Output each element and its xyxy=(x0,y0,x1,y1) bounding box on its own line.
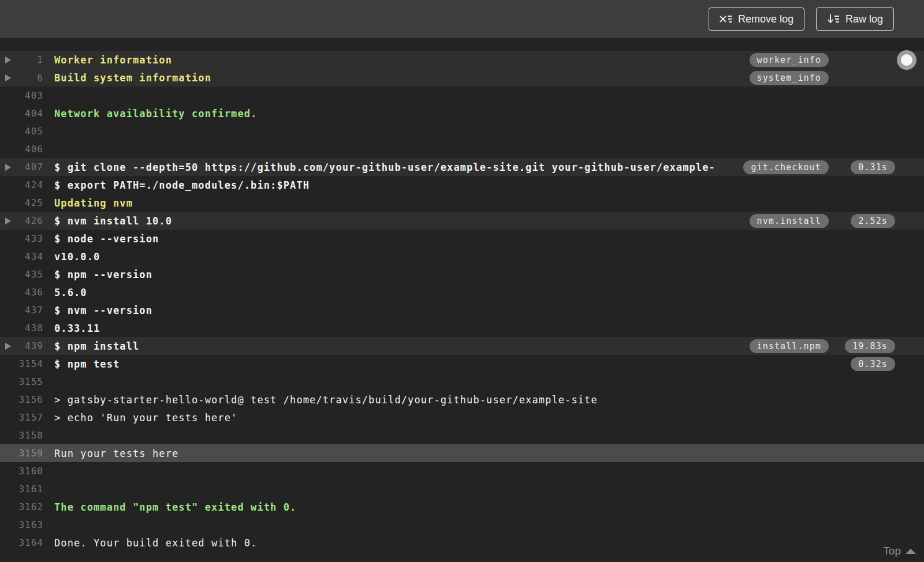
log-text: $ npm install xyxy=(54,340,139,352)
log-row: 437 $ nvm --version xyxy=(0,301,924,319)
line-number[interactable]: 3162 xyxy=(0,501,43,512)
duration-badge: 2.52s xyxy=(851,214,895,228)
line-number[interactable]: 436 xyxy=(0,287,43,298)
log-row: 3163 xyxy=(0,516,924,534)
scroll-to-top-link[interactable]: Top xyxy=(883,545,916,557)
log-row: 425 Updating nvm xyxy=(0,194,924,212)
log-text: > gatsby-starter-hello-world@ test /home… xyxy=(54,394,598,406)
line-number[interactable]: 3163 xyxy=(0,519,43,530)
line-number[interactable]: 437 xyxy=(0,305,43,316)
line-number[interactable]: 406 xyxy=(0,144,43,155)
log-row: 3155 xyxy=(0,373,924,391)
fold-arrow-icon[interactable] xyxy=(5,343,11,350)
fold-tag-badge: worker_info xyxy=(750,53,829,67)
line-number[interactable]: 3164 xyxy=(0,537,43,548)
log-text: $ git clone --depth=50 https://github.co… xyxy=(54,162,716,173)
log-text: Worker information xyxy=(54,54,172,66)
log-text: v10.0.0 xyxy=(54,251,100,263)
log-text: $ nvm --version xyxy=(54,305,152,316)
remove-log-label: Remove log xyxy=(738,13,793,25)
log-text: $ export PATH=./node_modules/.bin:$PATH xyxy=(54,179,310,191)
raw-log-label: Raw log xyxy=(845,13,883,25)
log-toolbar: Remove log Raw log xyxy=(0,0,924,38)
duration-badge: 0.31s xyxy=(851,160,895,174)
log-row: 3157 > echo 'Run your tests here' xyxy=(0,409,924,426)
raw-log-button[interactable]: Raw log xyxy=(816,8,894,31)
line-number[interactable]: 435 xyxy=(0,269,43,280)
line-number[interactable]: 424 xyxy=(0,179,43,190)
raw-log-icon xyxy=(827,14,840,24)
build-log: 1 Worker information worker_info 6 Build… xyxy=(0,38,924,552)
log-row: 433 $ node --version xyxy=(0,230,924,248)
line-number[interactable]: 404 xyxy=(0,108,43,119)
log-row: 3161 xyxy=(0,480,924,498)
fold-arrow-icon[interactable] xyxy=(5,74,11,81)
fold-arrow-icon[interactable] xyxy=(5,164,11,171)
fold-tag-badge: nvm.install xyxy=(750,214,829,228)
line-number[interactable]: 3161 xyxy=(0,484,43,494)
line-number[interactable]: 403 xyxy=(0,90,43,101)
log-text: $ node --version xyxy=(54,233,159,245)
log-row: 6 Build system information system_info xyxy=(0,69,924,87)
log-row: 406 xyxy=(0,140,924,158)
remove-log-button[interactable]: Remove log xyxy=(709,8,804,31)
duration-badge: 0.32s xyxy=(851,357,895,371)
line-number[interactable]: 3154 xyxy=(0,358,43,369)
log-row: 407 $ git clone --depth=50 https://githu… xyxy=(0,158,924,176)
log-text: Done. Your build exited with 0. xyxy=(54,537,257,549)
log-text: $ nvm install 10.0 xyxy=(54,215,172,227)
log-row: 3156 > gatsby-starter-hello-world@ test … xyxy=(0,391,924,409)
log-row: 438 0.33.11 xyxy=(0,319,924,337)
log-row: 405 xyxy=(0,122,924,140)
line-number[interactable]: 3156 xyxy=(0,394,43,405)
log-row: 404 Network availability confirmed. xyxy=(0,104,924,122)
log-text: Updating nvm xyxy=(54,197,133,209)
line-number[interactable]: 3158 xyxy=(0,430,43,441)
log-text: Run your tests here xyxy=(54,448,178,459)
log-row: 436 5.6.0 xyxy=(0,283,924,301)
line-number[interactable]: 3159 xyxy=(0,448,43,459)
top-label: Top xyxy=(883,545,901,557)
line-number[interactable]: 3160 xyxy=(0,466,43,477)
log-text: Build system information xyxy=(54,72,211,84)
log-row: 3162 The command "npm test" exited with … xyxy=(0,498,924,516)
log-row: 3154 $ npm test 0.32s xyxy=(0,355,924,373)
line-number[interactable]: 3157 xyxy=(0,412,43,423)
scroll-indicator[interactable] xyxy=(897,50,916,70)
log-row: 439 $ npm install install.npm 19.83s xyxy=(0,337,924,355)
log-text: 5.6.0 xyxy=(54,287,87,298)
log-row: 3164 Done. Your build exited with 0. xyxy=(0,534,924,552)
log-row: 435 $ npm --version xyxy=(0,265,924,283)
log-row: 3159 Run your tests here xyxy=(0,444,924,462)
log-row: 424 $ export PATH=./node_modules/.bin:$P… xyxy=(0,176,924,194)
line-number[interactable]: 434 xyxy=(0,251,43,262)
line-number[interactable]: 3155 xyxy=(0,376,43,387)
log-text: $ npm test xyxy=(54,358,120,370)
fold-tag-badge: system_info xyxy=(750,71,829,85)
log-row: 3158 xyxy=(0,426,924,444)
fold-arrow-icon[interactable] xyxy=(5,57,11,63)
remove-log-icon xyxy=(720,14,732,24)
log-text: The command "npm test" exited with 0. xyxy=(54,501,296,513)
log-row: 434 v10.0.0 xyxy=(0,248,924,265)
log-text: $ npm --version xyxy=(54,269,152,280)
log-row: 426 $ nvm install 10.0 nvm.install 2.52s xyxy=(0,212,924,230)
line-number[interactable]: 438 xyxy=(0,323,43,334)
line-number[interactable]: 425 xyxy=(0,197,43,208)
log-row: 3160 xyxy=(0,462,924,480)
fold-tag-badge: git.checkout xyxy=(743,160,829,174)
line-number[interactable]: 405 xyxy=(0,126,43,137)
log-row: 1 Worker information worker_info xyxy=(0,51,924,69)
duration-badge: 19.83s xyxy=(845,339,895,353)
fold-arrow-icon[interactable] xyxy=(5,218,11,224)
log-text: 0.33.11 xyxy=(54,323,100,334)
log-text: Network availability confirmed. xyxy=(54,108,257,119)
log-text: > echo 'Run your tests here' xyxy=(54,412,237,424)
fold-tag-badge: install.npm xyxy=(750,339,829,353)
log-row: 403 xyxy=(0,87,924,104)
line-number[interactable]: 433 xyxy=(0,233,43,244)
caret-up-icon xyxy=(906,549,916,554)
